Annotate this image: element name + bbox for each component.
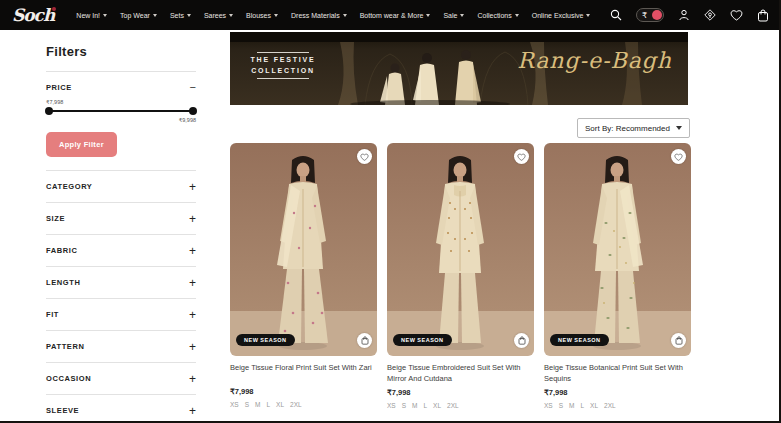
- logo-text: Soch: [12, 5, 54, 25]
- nav-item-sarees[interactable]: Sarees: [204, 12, 233, 19]
- product-title[interactable]: Beige Tissue Embroidered Suit Set With M…: [387, 363, 534, 384]
- chevron-down-icon: [426, 14, 430, 17]
- size-option[interactable]: M: [569, 402, 574, 409]
- nav-item-dress-materials[interactable]: Dress Materials: [291, 12, 347, 19]
- chevron-down-icon: [586, 14, 590, 17]
- sort-label: Sort By: Recommended: [585, 124, 670, 133]
- filter-section-occasion[interactable]: OCCASION+: [46, 363, 196, 395]
- soch-logo[interactable]: Soch: [12, 5, 54, 25]
- product-card[interactable]: NEW SEASON Beige Tissue Floral Print Sui…: [230, 143, 377, 409]
- product-photo: [230, 143, 377, 356]
- rupee-symbol: ₹: [642, 11, 647, 20]
- wishlist-button[interactable]: [357, 149, 372, 164]
- chevron-down-icon: [460, 14, 464, 17]
- price-filter-section: PRICE − ₹7,998 ₹9,998 Apply Filter: [46, 72, 196, 171]
- expand-icon: +: [189, 405, 196, 417]
- wishlist-button[interactable]: [671, 149, 686, 164]
- filter-section-fabric[interactable]: FABRIC+: [46, 235, 196, 267]
- size-option[interactable]: M: [255, 401, 260, 408]
- product-title[interactable]: Beige Tissue Floral Print Suit Set With …: [230, 363, 377, 383]
- festive-collection-banner[interactable]: THE FESTIVE COLLECTION Rang-e-Bagh: [230, 32, 688, 105]
- wishlist-button[interactable]: [514, 149, 529, 164]
- nav-item-new-in[interactable]: New In!: [76, 12, 107, 19]
- new-season-badge: NEW SEASON: [236, 334, 295, 346]
- logo-accent-dot: [52, 7, 56, 11]
- filter-section-sleeve[interactable]: SLEEVE+: [46, 395, 196, 423]
- main-content: THE FESTIVE COLLECTION Rang-e-Bagh Sort …: [230, 30, 779, 423]
- chevron-down-icon: [676, 126, 682, 130]
- product-grid: NEW SEASON Beige Tissue Floral Print Sui…: [230, 143, 690, 409]
- toggle-knob: [652, 10, 662, 20]
- account-icon[interactable]: [678, 9, 690, 21]
- quick-add-bag-button[interactable]: [514, 333, 529, 348]
- size-option[interactable]: 2XL: [290, 401, 302, 408]
- filter-section-fit[interactable]: FIT+: [46, 299, 196, 331]
- nav-item-top-wear[interactable]: Top Wear: [120, 12, 157, 19]
- size-option[interactable]: S: [402, 402, 406, 409]
- chevron-down-icon: [515, 14, 519, 17]
- new-season-badge: NEW SEASON: [393, 334, 452, 346]
- price-range-slider[interactable]: [47, 107, 195, 115]
- expand-icon: +: [189, 341, 196, 353]
- product-photo: [387, 143, 534, 356]
- product-card[interactable]: NEW SEASON Beige Tissue Embroidered Suit…: [387, 143, 534, 409]
- slider-handle-max[interactable]: [189, 107, 197, 115]
- sort-dropdown[interactable]: Sort By: Recommended: [577, 118, 690, 138]
- search-icon[interactable]: [610, 9, 622, 21]
- nav-item-bottom-wear[interactable]: Bottom wear & More: [360, 12, 431, 19]
- product-photo: [544, 143, 691, 356]
- apply-filter-button[interactable]: Apply Filter: [46, 132, 117, 157]
- size-option[interactable]: 2XL: [447, 402, 459, 409]
- banner-title: Rang-e-Bagh: [517, 48, 672, 73]
- size-option[interactable]: L: [423, 402, 427, 409]
- product-card[interactable]: NEW SEASON Beige Tissue Botanical Print …: [544, 143, 691, 409]
- top-nav-bar: Soch New In! Top Wear Sets Sarees Blouse…: [0, 0, 781, 30]
- nav-item-sets[interactable]: Sets: [170, 12, 191, 19]
- size-options: XS S M L XL 2XL: [230, 401, 377, 408]
- chevron-down-icon: [187, 14, 191, 17]
- size-option[interactable]: XS: [387, 402, 396, 409]
- nav-item-collections[interactable]: Collections: [477, 12, 518, 19]
- slider-handle-min[interactable]: [45, 107, 53, 115]
- size-option[interactable]: S: [245, 401, 249, 408]
- size-option[interactable]: XL: [590, 402, 598, 409]
- expand-icon: +: [189, 309, 196, 321]
- price-max-value: ₹9,998: [46, 117, 196, 123]
- price-label: PRICE: [46, 83, 72, 92]
- size-option[interactable]: L: [580, 402, 584, 409]
- product-price: ₹7,998: [387, 388, 534, 397]
- product-image[interactable]: NEW SEASON: [544, 143, 691, 356]
- collapse-icon[interactable]: −: [190, 82, 196, 93]
- product-image[interactable]: NEW SEASON: [387, 143, 534, 356]
- filter-section-size[interactable]: SIZE+: [46, 203, 196, 235]
- size-option[interactable]: M: [412, 402, 417, 409]
- filter-section-pattern[interactable]: PATTERN+: [46, 331, 196, 363]
- nav-item-online-exclusive[interactable]: Online Exclusive: [532, 12, 591, 19]
- chevron-down-icon: [103, 14, 107, 17]
- store-locator-icon[interactable]: [704, 9, 716, 21]
- product-image[interactable]: NEW SEASON: [230, 143, 377, 356]
- size-option[interactable]: S: [559, 402, 563, 409]
- size-options: XS S M L XL 2XL: [544, 402, 691, 409]
- bag-icon[interactable]: [757, 9, 769, 22]
- chevron-down-icon: [274, 14, 278, 17]
- quick-add-bag-button[interactable]: [357, 333, 372, 348]
- size-option[interactable]: XS: [544, 402, 553, 409]
- size-option[interactable]: XL: [433, 402, 441, 409]
- wishlist-icon[interactable]: [730, 9, 743, 21]
- size-option[interactable]: XS: [230, 401, 239, 408]
- filter-section-length[interactable]: LENGTH+: [46, 267, 196, 299]
- size-option[interactable]: L: [266, 401, 270, 408]
- product-title[interactable]: Beige Tissue Botanical Print Suit Set Wi…: [544, 363, 691, 384]
- price-min-value: ₹7,998: [46, 99, 196, 105]
- quick-add-bag-button[interactable]: [671, 333, 686, 348]
- nav-item-blouses[interactable]: Blouses: [246, 12, 278, 19]
- expand-icon: +: [189, 245, 196, 257]
- main-nav: New In! Top Wear Sets Sarees Blouses Dre…: [76, 12, 590, 19]
- currency-toggle[interactable]: ₹: [636, 8, 664, 22]
- nav-item-sale[interactable]: Sale: [443, 12, 464, 19]
- slider-track: [47, 110, 195, 112]
- filter-section-category[interactable]: CATEGORY+: [46, 171, 196, 203]
- size-option[interactable]: XL: [276, 401, 284, 408]
- size-option[interactable]: 2XL: [604, 402, 616, 409]
